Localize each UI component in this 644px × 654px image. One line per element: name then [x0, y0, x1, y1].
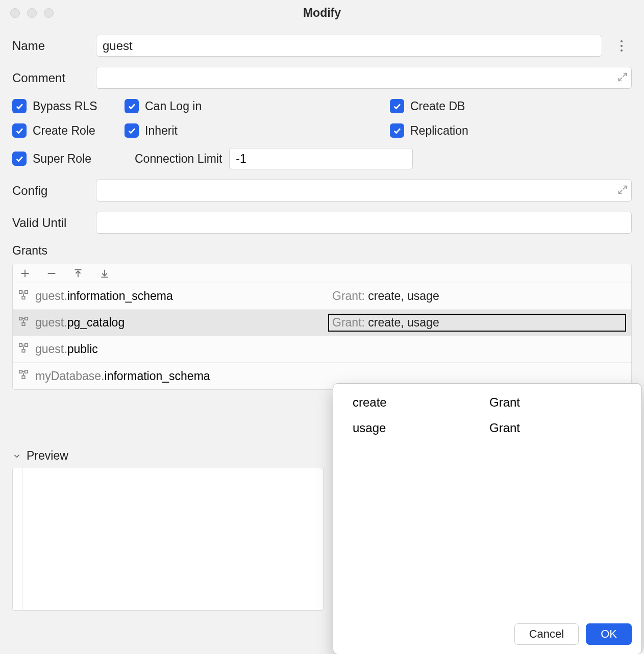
can-log-in-label: Can Log in	[145, 99, 202, 113]
config-input[interactable]	[96, 180, 632, 202]
svg-rect-8	[25, 290, 28, 293]
permission-name: usage	[353, 421, 489, 435]
svg-rect-9	[22, 296, 25, 299]
schema-icon	[18, 289, 32, 304]
connection-limit-label: Connection Limit	[135, 152, 222, 166]
create-db-label: Create DB	[410, 99, 465, 113]
svg-rect-12	[22, 322, 25, 325]
grant-prefix: Grant:	[332, 316, 368, 329]
create-role-label: Create Role	[33, 124, 95, 138]
config-label: Config	[12, 184, 96, 198]
super-role-label: Super Role	[33, 152, 91, 166]
grant-schema: information_schema	[67, 289, 173, 303]
schema-icon	[18, 342, 32, 357]
grant-prefix: Grant:	[332, 289, 368, 303]
super-role-checkbox[interactable]: Super Role	[12, 148, 125, 169]
grant-db: myDatabase.	[35, 369, 105, 383]
window-controls[interactable]	[10, 8, 54, 18]
replication-checkbox[interactable]: Replication	[390, 123, 632, 138]
grant-option[interactable]: create Grant	[333, 390, 641, 415]
grant-schema: pg_catalog	[67, 316, 125, 330]
svg-rect-15	[22, 349, 25, 352]
schema-icon	[18, 369, 32, 383]
svg-rect-14	[25, 343, 28, 346]
comment-input[interactable]	[96, 67, 632, 89]
grant-value-editor[interactable]: Grant: create, usage	[328, 314, 626, 332]
inherit-checkbox[interactable]: Inherit	[125, 123, 390, 138]
grant-db: guest.	[35, 316, 67, 330]
svg-rect-18	[22, 376, 25, 379]
preview-label: Preview	[27, 449, 68, 463]
close-window-icon[interactable]	[10, 8, 20, 18]
svg-rect-13	[19, 343, 22, 346]
name-input[interactable]	[96, 35, 602, 57]
more-options-button[interactable]	[611, 36, 632, 56]
move-up-button[interactable]	[72, 267, 84, 280]
replication-label: Replication	[410, 124, 468, 138]
grants-header: Grants	[12, 244, 632, 258]
bypass-rls-checkbox[interactable]: Bypass RLS	[12, 99, 125, 113]
ok-button[interactable]: OK	[586, 623, 632, 645]
cancel-button[interactable]: Cancel	[514, 623, 579, 645]
create-db-checkbox[interactable]: Create DB	[390, 99, 632, 113]
bypass-rls-label: Bypass RLS	[33, 99, 97, 113]
comment-label: Comment	[12, 71, 96, 85]
svg-rect-17	[25, 370, 28, 373]
schema-icon	[18, 316, 32, 330]
grant-value: create, usage	[368, 289, 439, 303]
grant-row[interactable]: guest.information_schema Grant: create, …	[13, 283, 631, 310]
chevron-down-icon	[12, 451, 21, 461]
permission-kind: Grant	[489, 395, 520, 410]
valid-until-input[interactable]	[96, 212, 632, 234]
grant-row[interactable]: guest.public	[13, 336, 631, 363]
svg-rect-16	[19, 370, 22, 373]
grant-schema: public	[67, 342, 98, 356]
move-down-button[interactable]	[98, 267, 111, 280]
svg-rect-7	[19, 290, 22, 293]
valid-until-label: Valid Until	[12, 216, 96, 230]
minimize-window-icon[interactable]	[27, 8, 37, 18]
grant-row[interactable]: guest.pg_catalog Grant: create, usage	[13, 310, 631, 336]
editor-gutter	[13, 468, 23, 610]
svg-rect-10	[19, 317, 22, 320]
window-title: Modify	[0, 6, 644, 20]
permission-kind: Grant	[489, 421, 520, 435]
permission-name: create	[353, 395, 489, 410]
can-log-in-checkbox[interactable]: Can Log in	[125, 99, 390, 113]
grant-schema: information_schema	[105, 369, 210, 383]
svg-rect-11	[25, 317, 28, 320]
add-button[interactable]	[19, 267, 31, 280]
grant-value: create, usage	[368, 316, 439, 329]
grant-option[interactable]: usage Grant	[333, 415, 641, 441]
expand-icon[interactable]	[617, 185, 628, 197]
remove-button[interactable]	[45, 267, 58, 280]
inherit-label: Inherit	[145, 124, 178, 138]
name-label: Name	[12, 39, 96, 53]
zoom-window-icon[interactable]	[44, 8, 54, 18]
create-role-checkbox[interactable]: Create Role	[12, 123, 125, 138]
grant-options-popup[interactable]: create Grant usage Grant	[333, 383, 642, 654]
grant-db: guest.	[35, 342, 67, 356]
preview-area[interactable]	[12, 468, 324, 611]
expand-icon[interactable]	[617, 72, 628, 84]
connection-limit-input[interactable]	[229, 148, 413, 169]
grant-db: guest.	[35, 289, 67, 303]
grants-panel: guest.information_schema Grant: create, …	[12, 264, 632, 390]
